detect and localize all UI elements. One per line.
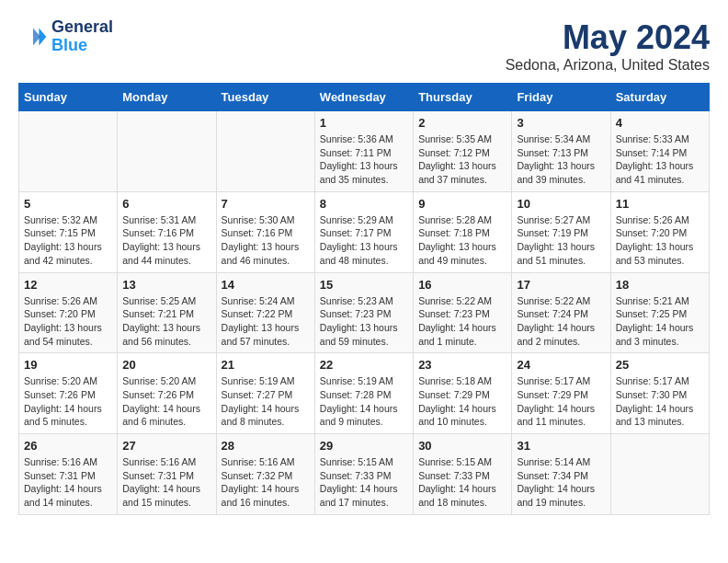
week-row-4: 19Sunrise: 5:20 AM Sunset: 7:26 PM Dayli… (19, 353, 710, 434)
day-number: 1 (320, 116, 408, 130)
calendar-cell: 2Sunrise: 5:35 AM Sunset: 7:12 PM Daylig… (414, 111, 512, 192)
day-info: Sunrise: 5:20 AM Sunset: 7:26 PM Dayligh… (24, 374, 112, 429)
subtitle: Sedona, Arizona, United States (506, 57, 710, 74)
calendar-cell: 24Sunrise: 5:17 AM Sunset: 7:29 PM Dayli… (512, 353, 610, 434)
header: General Blue May 2024 Sedona, Arizona, U… (18, 18, 710, 74)
calendar-cell: 19Sunrise: 5:20 AM Sunset: 7:26 PM Dayli… (19, 353, 118, 434)
calendar-cell: 10Sunrise: 5:27 AM Sunset: 7:19 PM Dayli… (512, 191, 610, 272)
calendar-cell: 11Sunrise: 5:26 AM Sunset: 7:20 PM Dayli… (610, 191, 709, 272)
day-info: Sunrise: 5:31 AM Sunset: 7:16 PM Dayligh… (122, 213, 210, 268)
day-number: 9 (418, 197, 506, 211)
day-number: 17 (517, 278, 605, 292)
calendar-cell (610, 434, 709, 515)
calendar-cell: 7Sunrise: 5:30 AM Sunset: 7:16 PM Daylig… (216, 191, 314, 272)
day-info: Sunrise: 5:32 AM Sunset: 7:15 PM Dayligh… (24, 213, 112, 268)
day-number: 31 (517, 439, 605, 453)
day-info: Sunrise: 5:17 AM Sunset: 7:30 PM Dayligh… (616, 374, 704, 429)
day-number: 14 (222, 278, 310, 292)
calendar-cell: 16Sunrise: 5:22 AM Sunset: 7:23 PM Dayli… (414, 272, 512, 353)
calendar-cell: 21Sunrise: 5:19 AM Sunset: 7:27 PM Dayli… (216, 353, 314, 434)
day-info: Sunrise: 5:16 AM Sunset: 7:31 PM Dayligh… (24, 455, 112, 510)
day-info: Sunrise: 5:18 AM Sunset: 7:29 PM Dayligh… (418, 374, 506, 429)
main-title: May 2024 (506, 18, 710, 57)
calendar-cell (19, 111, 118, 192)
calendar-cell: 17Sunrise: 5:22 AM Sunset: 7:24 PM Dayli… (512, 272, 610, 353)
week-row-3: 12Sunrise: 5:26 AM Sunset: 7:20 PM Dayli… (19, 272, 710, 353)
calendar-table: SundayMondayTuesdayWednesdayThursdayFrid… (18, 83, 710, 515)
day-number: 20 (122, 358, 210, 372)
day-info: Sunrise: 5:33 AM Sunset: 7:14 PM Dayligh… (616, 132, 704, 187)
weekday-header-row: SundayMondayTuesdayWednesdayThursdayFrid… (19, 84, 710, 111)
day-number: 4 (616, 116, 704, 130)
calendar-cell: 8Sunrise: 5:29 AM Sunset: 7:17 PM Daylig… (314, 191, 413, 272)
day-info: Sunrise: 5:15 AM Sunset: 7:33 PM Dayligh… (418, 455, 506, 510)
day-info: Sunrise: 5:22 AM Sunset: 7:23 PM Dayligh… (418, 294, 506, 349)
calendar-cell: 4Sunrise: 5:33 AM Sunset: 7:14 PM Daylig… (610, 111, 709, 192)
day-number: 10 (517, 197, 605, 211)
day-info: Sunrise: 5:34 AM Sunset: 7:13 PM Dayligh… (517, 132, 605, 187)
calendar-cell: 18Sunrise: 5:21 AM Sunset: 7:25 PM Dayli… (610, 272, 709, 353)
day-info: Sunrise: 5:28 AM Sunset: 7:18 PM Dayligh… (418, 213, 506, 268)
weekday-header-sunday: Sunday (19, 84, 118, 111)
day-number: 13 (122, 278, 210, 292)
day-number: 28 (222, 439, 310, 453)
calendar-cell: 1Sunrise: 5:36 AM Sunset: 7:11 PM Daylig… (314, 111, 413, 192)
day-info: Sunrise: 5:17 AM Sunset: 7:29 PM Dayligh… (517, 374, 605, 429)
week-row-1: 1Sunrise: 5:36 AM Sunset: 7:11 PM Daylig… (19, 111, 710, 192)
day-info: Sunrise: 5:22 AM Sunset: 7:24 PM Dayligh… (517, 294, 605, 349)
calendar-cell: 9Sunrise: 5:28 AM Sunset: 7:18 PM Daylig… (414, 191, 512, 272)
day-info: Sunrise: 5:27 AM Sunset: 7:19 PM Dayligh… (517, 213, 605, 268)
weekday-header-saturday: Saturday (610, 84, 709, 111)
logo: General Blue (18, 18, 113, 55)
weekday-header-tuesday: Tuesday (216, 84, 314, 111)
day-info: Sunrise: 5:16 AM Sunset: 7:32 PM Dayligh… (222, 455, 310, 510)
day-number: 27 (122, 439, 210, 453)
day-info: Sunrise: 5:15 AM Sunset: 7:33 PM Dayligh… (320, 455, 408, 510)
day-number: 24 (517, 358, 605, 372)
day-number: 22 (320, 358, 408, 372)
day-info: Sunrise: 5:21 AM Sunset: 7:25 PM Dayligh… (616, 294, 704, 349)
logo-icon (18, 22, 48, 52)
weekday-header-friday: Friday (512, 84, 610, 111)
day-number: 23 (418, 358, 506, 372)
calendar-cell: 3Sunrise: 5:34 AM Sunset: 7:13 PM Daylig… (512, 111, 610, 192)
calendar-cell: 13Sunrise: 5:25 AM Sunset: 7:21 PM Dayli… (118, 272, 216, 353)
day-info: Sunrise: 5:19 AM Sunset: 7:28 PM Dayligh… (320, 374, 408, 429)
day-number: 5 (24, 197, 112, 211)
weekday-header-thursday: Thursday (414, 84, 512, 111)
day-info: Sunrise: 5:26 AM Sunset: 7:20 PM Dayligh… (24, 294, 112, 349)
calendar-cell: 15Sunrise: 5:23 AM Sunset: 7:23 PM Dayli… (314, 272, 413, 353)
day-number: 25 (616, 358, 704, 372)
day-number: 21 (222, 358, 310, 372)
calendar-cell: 20Sunrise: 5:20 AM Sunset: 7:26 PM Dayli… (118, 353, 216, 434)
calendar-cell (118, 111, 216, 192)
day-info: Sunrise: 5:26 AM Sunset: 7:20 PM Dayligh… (616, 213, 704, 268)
logo-text: General Blue (51, 18, 113, 55)
week-row-5: 26Sunrise: 5:16 AM Sunset: 7:31 PM Dayli… (19, 434, 710, 515)
calendar-cell: 30Sunrise: 5:15 AM Sunset: 7:33 PM Dayli… (414, 434, 512, 515)
day-info: Sunrise: 5:23 AM Sunset: 7:23 PM Dayligh… (320, 294, 408, 349)
weekday-header-monday: Monday (118, 84, 216, 111)
calendar-cell: 14Sunrise: 5:24 AM Sunset: 7:22 PM Dayli… (216, 272, 314, 353)
title-area: May 2024 Sedona, Arizona, United States (506, 18, 710, 74)
calendar-cell: 26Sunrise: 5:16 AM Sunset: 7:31 PM Dayli… (19, 434, 118, 515)
day-info: Sunrise: 5:20 AM Sunset: 7:26 PM Dayligh… (122, 374, 210, 429)
calendar-cell (216, 111, 314, 192)
day-info: Sunrise: 5:25 AM Sunset: 7:21 PM Dayligh… (122, 294, 210, 349)
day-number: 19 (24, 358, 112, 372)
day-number: 30 (418, 439, 506, 453)
calendar-cell: 25Sunrise: 5:17 AM Sunset: 7:30 PM Dayli… (610, 353, 709, 434)
logo-line2: Blue (51, 37, 113, 55)
calendar-cell: 29Sunrise: 5:15 AM Sunset: 7:33 PM Dayli… (314, 434, 413, 515)
day-number: 2 (418, 116, 506, 130)
day-number: 29 (320, 439, 408, 453)
calendar-cell: 31Sunrise: 5:14 AM Sunset: 7:34 PM Dayli… (512, 434, 610, 515)
day-info: Sunrise: 5:35 AM Sunset: 7:12 PM Dayligh… (418, 132, 506, 187)
logo-line1: General (51, 18, 113, 37)
day-number: 8 (320, 197, 408, 211)
day-info: Sunrise: 5:14 AM Sunset: 7:34 PM Dayligh… (517, 455, 605, 510)
calendar-cell: 28Sunrise: 5:16 AM Sunset: 7:32 PM Dayli… (216, 434, 314, 515)
day-number: 18 (616, 278, 704, 292)
day-info: Sunrise: 5:24 AM Sunset: 7:22 PM Dayligh… (222, 294, 310, 349)
calendar-cell: 27Sunrise: 5:16 AM Sunset: 7:31 PM Dayli… (118, 434, 216, 515)
